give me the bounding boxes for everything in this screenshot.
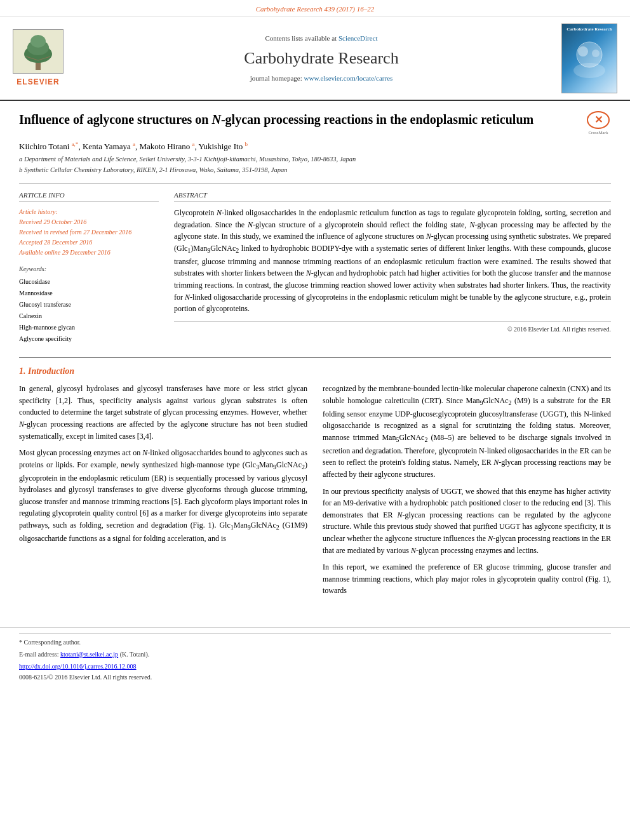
doi-line: http://dx.doi.org/10.1016/j.carres.2016.… — [19, 662, 611, 671]
copyright-line: © 2016 Elsevier Ltd. All rights reserved… — [174, 321, 611, 334]
elsevier-wordmark: ELSEVIER — [17, 76, 59, 88]
journal-header: ELSEVIER Contents lists available at Sci… — [0, 17, 630, 101]
article-title-section: Influence of aglycone structures on N-gl… — [19, 111, 611, 133]
intro-para-2: Most glycan processing enzymes act on N-… — [19, 447, 307, 544]
article-info-heading: ARTICLE INFO — [19, 190, 159, 203]
introduction-heading: 1. Introduction — [19, 364, 611, 378]
intro-col-right: recognized by the membrane-bounded lecti… — [323, 383, 611, 602]
history-label: Article history: — [19, 208, 58, 215]
keywords-label: Keywords: — [19, 264, 159, 274]
svg-point-3 — [30, 35, 46, 48]
email-link[interactable]: ktotani@st.seikei.ac.jp — [60, 651, 118, 658]
elsevier-branding: ELSEVIER — [13, 23, 89, 93]
accepted-date: Accepted 28 December 2016 — [19, 237, 159, 248]
available-date: Available online 29 December 2016 — [19, 248, 159, 258]
intro-right-para-2: In our previous specificity analysis of … — [323, 486, 611, 557]
corresponding-note: * Corresponding author. — [19, 637, 611, 647]
affiliations: a Department of Materials and Life Scien… — [19, 155, 611, 175]
svg-point-9 — [592, 50, 600, 57]
introduction-body: In general, glycosyl hydrolases and glyc… — [19, 383, 611, 602]
svg-point-8 — [578, 46, 588, 57]
keyword-1: Glucosidase — [19, 276, 159, 288]
crossmark-badge[interactable]: ✕ CrossMark — [586, 111, 611, 137]
intro-right-para-3: In this report, we examined the preferen… — [323, 561, 611, 597]
received-date: Received 29 October 2016 — [19, 217, 159, 227]
intro-right-para-1: recognized by the membrane-bounded lecti… — [323, 383, 611, 480]
received-revised-date: Received in revised form 27 December 201… — [19, 229, 131, 236]
article-title: Influence of aglycone structures on N-gl… — [19, 111, 540, 128]
keyword-5: High-mannose glycan — [19, 322, 159, 333]
crossmark-icon: ✕ — [594, 112, 603, 128]
sciencedirect-link[interactable]: ScienceDirect — [338, 34, 378, 42]
journal-title-area: Contents lists available at ScienceDirec… — [95, 23, 547, 93]
journal-cover-image: Carbohydrate Research — [561, 23, 617, 93]
keywords-list: Glucosidase Mannosidase Glucosyl transfe… — [19, 276, 159, 345]
journal-cover-area: Carbohydrate Research — [554, 23, 617, 93]
keywords-section: Keywords: Glucosidase Mannosidase Glucos… — [19, 264, 159, 345]
main-content: Influence of aglycone structures on N-gl… — [0, 101, 630, 615]
intro-para-1: In general, glycosyl hydrolases and glyc… — [19, 383, 307, 442]
crossmark-logo: ✕ — [587, 111, 610, 130]
journal-top-bar: Carbohydrate Research 439 (2017) 16–22 — [0, 0, 630, 17]
affiliation-a: a Department of Materials and Life Scien… — [19, 155, 611, 164]
abstract-text: Glycoprotein N-linked oligosaccharides i… — [174, 207, 611, 315]
abstract-heading: ABSTRACT — [174, 190, 611, 203]
introduction-section: 1. Introduction In general, glycosyl hyd… — [19, 357, 611, 602]
keyword-4: Calnexin — [19, 310, 159, 322]
footer-section: * Corresponding author. E-mail address: … — [0, 627, 630, 688]
svg-point-7 — [573, 63, 605, 78]
elsevier-tree-image — [13, 29, 64, 74]
intro-col-left: In general, glycosyl hydrolases and glyc… — [19, 383, 307, 602]
crossmark-label: CrossMark — [588, 130, 608, 137]
keyword-3: Glucosyl transferase — [19, 299, 159, 310]
affiliation-b: b Synthetic Cellular Chemistry Laborator… — [19, 166, 611, 175]
article-info-abstract: ARTICLE INFO Article history: Received 2… — [19, 183, 611, 345]
abstract-column: ABSTRACT Glycoprotein N-linked oligosacc… — [174, 190, 611, 345]
journal-citation: Carbohydrate Research 439 (2017) 16–22 — [256, 5, 375, 13]
keyword-2: Mannosidase — [19, 288, 159, 299]
doi-link[interactable]: http://dx.doi.org/10.1016/j.carres.2016.… — [19, 663, 137, 670]
elsevier-logo: ELSEVIER — [13, 29, 64, 88]
keyword-6: Aglycone specificity — [19, 333, 159, 345]
email-line: E-mail address: ktotani@st.seikei.ac.jp … — [19, 650, 611, 659]
issn-line: 0008-6215/© 2016 Elsevier Ltd. All right… — [19, 672, 611, 682]
sciencedirect-line: Contents lists available at ScienceDirec… — [265, 33, 377, 44]
homepage-link[interactable]: www.elsevier.com/locate/carres — [304, 74, 393, 82]
authors-line: Kiichiro Totani a,*, Kenta Yamaya a, Mak… — [19, 140, 611, 153]
article-history: Article history: Received 29 October 201… — [19, 207, 159, 258]
homepage-line: journal homepage: www.elsevier.com/locat… — [250, 73, 393, 84]
article-info-column: ARTICLE INFO Article history: Received 2… — [19, 190, 159, 345]
journal-cover-title: Carbohydrate Research — [566, 27, 612, 32]
journal-name: Carbohydrate Research — [244, 46, 398, 70]
